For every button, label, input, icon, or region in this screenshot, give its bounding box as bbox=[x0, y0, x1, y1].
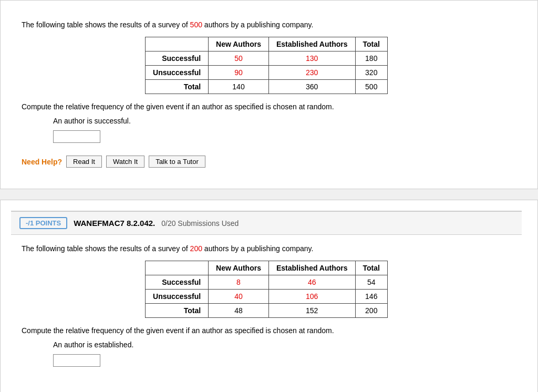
problem-8-block: -/1 POINTS WANEFMAC7 8.2.042. 0/20 Submi… bbox=[0, 200, 538, 392]
talk-to-tutor-button[interactable]: Talk to a Tutor bbox=[149, 156, 205, 168]
table-header-established-authors: Established Authors bbox=[268, 37, 355, 51]
row-successful-total: 180 bbox=[355, 51, 387, 66]
table-header-established-authors: Established Authors bbox=[268, 261, 355, 275]
problem-8-table: New Authors Established Authors Total Su… bbox=[145, 261, 388, 318]
row-total-label: Total bbox=[146, 80, 209, 94]
table-header-new-authors: New Authors bbox=[209, 261, 269, 275]
table-header-empty bbox=[146, 261, 209, 275]
row-unsuccessful-new: 40 bbox=[209, 290, 269, 304]
row-total-established: 152 bbox=[268, 304, 355, 318]
table-row: Unsuccessful 90 230 320 bbox=[146, 66, 388, 80]
problem-8-question: Compute the relative frequency of the gi… bbox=[22, 325, 511, 336]
row-successful-new: 50 bbox=[209, 51, 269, 66]
problem-8-count: 200 bbox=[190, 244, 202, 253]
row-total-new: 48 bbox=[209, 304, 269, 318]
submissions-used: 0/20 Submissions Used bbox=[161, 219, 239, 228]
problem-7-content: The following table shows the results of… bbox=[11, 11, 522, 178]
row-total-established: 360 bbox=[268, 80, 355, 94]
row-unsuccessful-new: 90 bbox=[209, 66, 269, 80]
problem-7-question: Compute the relative frequency of the gi… bbox=[22, 101, 511, 112]
row-successful-label: Successful bbox=[146, 51, 209, 66]
problem-7-intro: The following table shows the results of… bbox=[22, 19, 511, 30]
row-total-total: 200 bbox=[355, 304, 387, 318]
problem-7-sub-question: An author is successful. bbox=[53, 117, 511, 125]
row-total-total: 500 bbox=[355, 80, 387, 94]
table-row: Unsuccessful 40 106 146 bbox=[146, 290, 388, 304]
problem-id: WANEFMAC7 8.2.042. bbox=[74, 219, 155, 228]
problem-7-count: 500 bbox=[190, 20, 202, 29]
problem-8-header: -/1 POINTS WANEFMAC7 8.2.042. 0/20 Submi… bbox=[11, 211, 522, 235]
need-help-label: Need Help? bbox=[22, 158, 62, 166]
spacer bbox=[0, 189, 538, 200]
row-unsuccessful-label: Unsuccessful bbox=[146, 66, 209, 80]
row-successful-label: Successful bbox=[146, 275, 209, 290]
table-header-total: Total bbox=[355, 37, 387, 51]
need-help-row: Need Help? Read It Watch It Talk to a Tu… bbox=[22, 156, 511, 168]
problem-8-intro: The following table shows the results of… bbox=[22, 243, 511, 254]
row-successful-new: 8 bbox=[209, 275, 269, 290]
row-unsuccessful-established: 106 bbox=[268, 290, 355, 304]
row-unsuccessful-label: Unsuccessful bbox=[146, 290, 209, 304]
row-successful-total: 54 bbox=[355, 275, 387, 290]
row-successful-established: 130 bbox=[268, 51, 355, 66]
watch-it-button[interactable]: Watch It bbox=[106, 156, 144, 168]
problem-8-sub-question: An author is established. bbox=[53, 341, 511, 349]
row-successful-established: 46 bbox=[268, 275, 355, 290]
row-unsuccessful-total: 320 bbox=[355, 66, 387, 80]
table-row: Successful 50 130 180 bbox=[146, 51, 388, 66]
problem-8-answer-input[interactable] bbox=[53, 354, 100, 367]
row-total-label: Total bbox=[146, 304, 209, 318]
table-row: Total 48 152 200 bbox=[146, 304, 388, 318]
table-row: Successful 8 46 54 bbox=[146, 275, 388, 290]
points-badge: -/1 POINTS bbox=[19, 217, 67, 229]
table-row: Total 140 360 500 bbox=[146, 80, 388, 94]
row-total-new: 140 bbox=[209, 80, 269, 94]
problem-8-content: The following table shows the results of… bbox=[11, 235, 522, 385]
problem-7-table: New Authors Established Authors Total Su… bbox=[145, 37, 388, 94]
row-unsuccessful-total: 146 bbox=[355, 290, 387, 304]
table-header-empty bbox=[146, 37, 209, 51]
problem-8-intro2: authors by a publishing company. bbox=[202, 244, 313, 253]
read-it-button[interactable]: Read It bbox=[66, 156, 102, 168]
problem-8-intro-text: The following table shows the results of… bbox=[22, 244, 190, 253]
row-unsuccessful-established: 230 bbox=[268, 66, 355, 80]
table-header-new-authors: New Authors bbox=[209, 37, 269, 51]
problem-7-intro2: authors by a publishing company. bbox=[202, 20, 313, 29]
table-header-total: Total bbox=[355, 261, 387, 275]
problem-7-intro-text: The following table shows the results of… bbox=[22, 20, 190, 29]
problem-7-block: The following table shows the results of… bbox=[0, 0, 538, 189]
problem-7-answer-input[interactable] bbox=[53, 130, 100, 143]
